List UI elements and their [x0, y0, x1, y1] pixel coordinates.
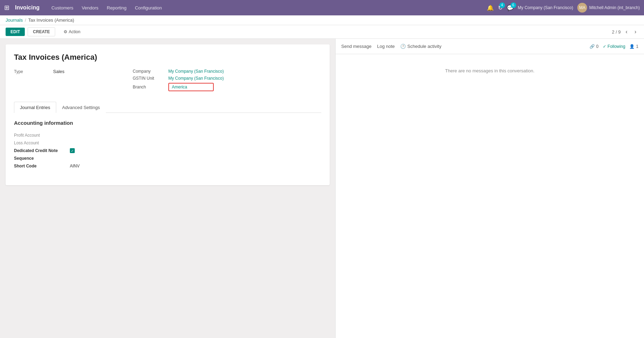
toolbar-right: 2 / 9 ‹ › — [612, 28, 638, 36]
topbar-right: 🔔 ↻ 4 💬 6 My Company (San Francisco) MA … — [487, 3, 640, 13]
form-title: Tax Invoices (America) — [14, 53, 321, 62]
top-nav: Customers Vendors Reporting Configuratio… — [48, 4, 165, 12]
nav-reporting[interactable]: Reporting — [103, 4, 130, 12]
nav-customers[interactable]: Customers — [48, 4, 77, 12]
log-note-button[interactable]: Log note — [377, 43, 395, 50]
breadcrumb-current: Tax Invoices (America) — [28, 17, 74, 23]
form-panel: Tax Invoices (America) Type Sales Compan… — [0, 39, 335, 338]
company-label: Company — [133, 69, 164, 74]
next-record-button[interactable]: › — [632, 28, 638, 36]
messages-badge: 6 — [511, 2, 516, 8]
short-code-value: AINV — [70, 164, 80, 168]
updates-icon[interactable]: ↻ 4 — [498, 5, 503, 11]
chatter-actions: Send message Log note 🕐 Schedule activit… — [336, 39, 644, 54]
schedule-activity-button[interactable]: 🕐 Schedule activity — [400, 44, 441, 49]
gstin-field-row: GSTIN Unit My Company (San Francisco) — [133, 76, 321, 81]
breadcrumb-separator: / — [25, 17, 26, 23]
form-card: Tax Invoices (America) Type Sales Compan… — [6, 44, 330, 185]
branch-field-row: Branch America — [133, 83, 321, 91]
profit-account-row: Profit Account — [14, 131, 321, 139]
company-field-row: Company My Company (San Francisco) — [133, 69, 321, 74]
branch-label: Branch — [133, 85, 164, 89]
edit-button[interactable]: EDIT — [6, 28, 25, 36]
gstin-label: GSTIN Unit — [133, 76, 164, 81]
create-button[interactable]: CREATE — [28, 27, 55, 36]
notifications-icon[interactable]: 🔔 — [487, 5, 494, 11]
short-code-label: Short Code — [14, 164, 70, 168]
followers-button[interactable]: 🔗 0 — [590, 44, 599, 49]
short-code-row: Short Code AINV — [14, 162, 321, 170]
gstin-value[interactable]: My Company (San Francisco) — [168, 76, 224, 81]
tab-advanced-settings[interactable]: Advanced Settings — [56, 102, 106, 113]
followers-icon: 🔗 — [590, 44, 595, 49]
send-message-button[interactable]: Send message — [341, 43, 372, 50]
company-value[interactable]: My Company (San Francisco) — [168, 69, 224, 74]
tabs: Journal Entries Advanced Settings — [14, 102, 321, 113]
sequence-row: Sequence — [14, 154, 321, 162]
user-name: Mitchell Admin (int_branch) — [589, 5, 640, 10]
nav-vendors[interactable]: Vendors — [78, 4, 102, 12]
messages-icon[interactable]: 💬 6 — [507, 5, 514, 11]
loss-account-row: Loss Account — [14, 139, 321, 147]
dedicated-credit-note-row: Dedicated Credit Note ✓ — [14, 147, 321, 154]
action-button[interactable]: ⚙ Action — [64, 29, 80, 34]
toolbar: EDIT CREATE ⚙ Action 2 / 9 ‹ › — [0, 25, 644, 39]
breadcrumb-parent[interactable]: Journals — [6, 17, 23, 23]
chatter-empty-message: There are no messages in this conversati… — [336, 54, 644, 338]
topbar: ⊞ Invoicing Customers Vendors Reporting … — [0, 0, 644, 15]
loss-account-label: Loss Account — [14, 141, 70, 145]
people-count-button[interactable]: 👤 1 — [629, 44, 638, 49]
prev-record-button[interactable]: ‹ — [623, 28, 629, 36]
type-value: Sales — [53, 69, 65, 74]
updates-badge: 4 — [499, 2, 505, 8]
dedicated-credit-note-label: Dedicated Credit Note — [14, 148, 70, 153]
chatter-right: 🔗 0 ✓ Following 👤 1 — [590, 44, 638, 49]
type-field-group: Type Sales — [14, 69, 119, 93]
chatter-panel: Send message Log note 🕐 Schedule activit… — [335, 39, 644, 338]
app-name: Invoicing — [15, 5, 39, 11]
gear-icon: ⚙ — [64, 29, 67, 34]
following-button[interactable]: ✓ Following — [603, 44, 625, 49]
type-label: Type — [14, 69, 49, 74]
tab-content-journal-entries: Accounting information Profit Account Lo… — [14, 113, 321, 177]
tab-journal-entries[interactable]: Journal Entries — [14, 102, 56, 113]
profit-account-label: Profit Account — [14, 133, 70, 138]
company-fields-group: Company My Company (San Francisco) GSTIN… — [133, 69, 321, 93]
nav-configuration[interactable]: Configuration — [131, 4, 165, 12]
checkmark-icon: ✓ — [603, 44, 606, 49]
grid-icon[interactable]: ⊞ — [4, 4, 9, 12]
branch-value[interactable]: America — [168, 83, 214, 91]
main-layout: Tax Invoices (America) Type Sales Compan… — [0, 39, 644, 338]
avatar: MA — [577, 3, 587, 13]
user-menu[interactable]: MA Mitchell Admin (int_branch) — [577, 3, 640, 13]
section-title: Accounting information — [14, 120, 321, 126]
company-name: My Company (San Francisco) — [518, 5, 573, 10]
clock-icon: 🕐 — [400, 44, 406, 49]
pagination-text: 2 / 9 — [612, 29, 621, 35]
dedicated-credit-note-checkbox[interactable]: ✓ — [70, 148, 75, 153]
breadcrumb: Journals / Tax Invoices (America) — [0, 15, 644, 25]
sequence-label: Sequence — [14, 156, 70, 161]
person-icon: 👤 — [629, 44, 635, 49]
